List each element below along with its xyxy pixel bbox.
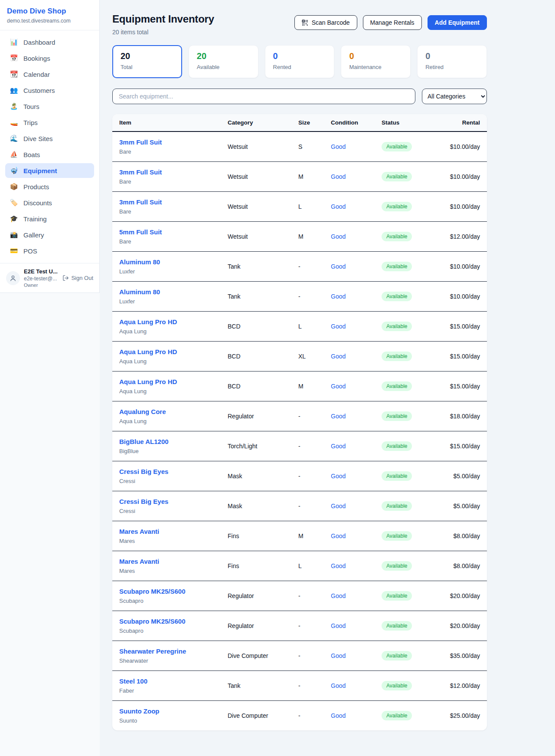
- header-actions: Scan Barcode Manage Rentals Add Equipmen…: [294, 15, 487, 30]
- sidebar-item-trips[interactable]: 🚤 Trips: [5, 115, 94, 130]
- item-rental: $15.00/day: [450, 383, 480, 390]
- item-name-link[interactable]: Aluminum 80: [119, 258, 160, 266]
- column-header-size: Size: [298, 114, 331, 131]
- item-condition-link[interactable]: Good: [331, 173, 346, 180]
- category-select[interactable]: All Categories: [422, 89, 487, 104]
- item-condition-link[interactable]: Good: [331, 652, 346, 659]
- item-name-link[interactable]: Steel 100: [119, 677, 147, 686]
- item-brand: Bare: [119, 208, 224, 215]
- status-badge: Available: [382, 501, 412, 511]
- sidebar-item-equipment[interactable]: 🤿 Equipment: [5, 163, 94, 178]
- item-size: -: [298, 671, 331, 701]
- item-name-link[interactable]: Cressi Big Eyes: [119, 467, 168, 476]
- sign-out-icon: [62, 275, 69, 281]
- status-badge: Available: [382, 172, 412, 181]
- item-condition-link[interactable]: Good: [331, 592, 346, 599]
- stat-value: 20: [121, 51, 174, 61]
- item-name-link[interactable]: Aqualung Core: [119, 408, 166, 416]
- sidebar-item-pos[interactable]: 💳 POS: [5, 243, 94, 258]
- status-badge: Available: [382, 621, 412, 631]
- item-size: -: [298, 252, 331, 282]
- item-name-link[interactable]: 3mm Full Suit: [119, 198, 162, 207]
- sidebar-item-training[interactable]: 🎓 Training: [5, 211, 94, 226]
- sidebar-item-customers[interactable]: 👥 Customers: [5, 83, 94, 98]
- sidebar-item-dive-sites[interactable]: 🌊 Dive Sites: [5, 131, 94, 146]
- item-rental: $35.00/day: [450, 652, 480, 659]
- item-rental: $25.00/day: [450, 712, 480, 719]
- stat-card[interactable]: 0 Maintenance: [341, 45, 411, 78]
- item-size: -: [298, 641, 331, 671]
- dive-sites-icon: 🌊: [10, 135, 18, 142]
- item-name-link[interactable]: BigBlue AL1200: [119, 437, 169, 446]
- item-condition-link[interactable]: Good: [331, 532, 346, 539]
- item-condition-link[interactable]: Good: [331, 622, 346, 629]
- sign-out-button[interactable]: Sign Out: [62, 275, 93, 281]
- item-brand: Mares: [119, 537, 224, 545]
- item-name-link[interactable]: Scubapro MK25/S600: [119, 587, 186, 596]
- search-input[interactable]: [112, 89, 415, 104]
- item-name-link[interactable]: Suunto Zoop: [119, 707, 159, 716]
- sidebar-item-bookings[interactable]: 📅 Bookings: [5, 51, 94, 66]
- item-size: -: [298, 611, 331, 641]
- stat-card[interactable]: 20 Total: [112, 45, 182, 78]
- item-condition-link[interactable]: Good: [331, 682, 346, 689]
- item-brand: Bare: [119, 178, 224, 185]
- table-row: Mares Avanti Mares Fins L Good Available…: [112, 551, 487, 581]
- item-condition-link[interactable]: Good: [331, 323, 346, 330]
- item-name-link[interactable]: Mares Avanti: [119, 557, 159, 566]
- add-equipment-button[interactable]: Add Equipment: [428, 15, 487, 30]
- stat-card[interactable]: 0 Rented: [265, 45, 335, 78]
- sidebar-item-boats[interactable]: ⛵ Boats: [5, 147, 94, 162]
- item-condition-link[interactable]: Good: [331, 383, 346, 390]
- item-name-link[interactable]: Scubapro MK25/S600: [119, 617, 186, 626]
- item-name-link[interactable]: 3mm Full Suit: [119, 138, 162, 147]
- item-condition-link[interactable]: Good: [331, 473, 346, 480]
- item-name-link[interactable]: Cressi Big Eyes: [119, 497, 168, 506]
- item-name-link[interactable]: Aqua Lung Pro HD: [119, 348, 177, 356]
- item-brand: Mares: [119, 567, 224, 575]
- bookings-icon: 📅: [10, 54, 18, 62]
- item-name-link[interactable]: 5mm Full Suit: [119, 228, 162, 237]
- sidebar-item-products[interactable]: 📦 Products: [5, 179, 94, 194]
- item-name-link[interactable]: 3mm Full Suit: [119, 168, 162, 177]
- item-size: -: [298, 461, 331, 491]
- status-badge: Available: [382, 322, 412, 331]
- table-row: Aluminum 80 Luxfer Tank - Good Available…: [112, 282, 487, 312]
- sidebar-item-label: Bookings: [23, 55, 50, 62]
- sidebar-item-dashboard[interactable]: 📊 Dashboard: [5, 35, 94, 49]
- item-category: Tank: [228, 252, 298, 282]
- scan-barcode-button[interactable]: Scan Barcode: [294, 15, 357, 30]
- item-brand: Bare: [119, 238, 224, 245]
- item-name-link[interactable]: Aqua Lung Pro HD: [119, 318, 177, 326]
- item-name-link[interactable]: Aqua Lung Pro HD: [119, 378, 177, 386]
- table-row: 5mm Full Suit Bare Wetsuit M Good Availa…: [112, 222, 487, 252]
- item-category: Torch/Light: [228, 431, 298, 461]
- sidebar-item-tours[interactable]: 🏝️ Tours: [5, 99, 94, 114]
- item-condition-link[interactable]: Good: [331, 353, 346, 360]
- sidebar-item-gallery[interactable]: 📸 Gallery: [5, 227, 94, 242]
- item-condition-link[interactable]: Good: [331, 263, 346, 270]
- item-name-link[interactable]: Mares Avanti: [119, 527, 159, 536]
- item-condition-link[interactable]: Good: [331, 562, 346, 569]
- item-condition-link[interactable]: Good: [331, 413, 346, 420]
- item-name-link[interactable]: Shearwater Peregrine: [119, 647, 186, 656]
- item-condition-link[interactable]: Good: [331, 712, 346, 719]
- item-category: Tank: [228, 282, 298, 312]
- item-condition-link[interactable]: Good: [331, 443, 346, 450]
- stat-card[interactable]: 20 Available: [189, 45, 258, 78]
- manage-rentals-button[interactable]: Manage Rentals: [363, 15, 422, 30]
- item-condition-link[interactable]: Good: [331, 233, 346, 240]
- item-brand: Faber: [119, 687, 224, 694]
- table-header-row: Item Category Size Condition Status Rent…: [112, 114, 487, 131]
- item-category: BCD: [228, 312, 298, 342]
- item-condition-link[interactable]: Good: [331, 203, 346, 210]
- item-condition-link[interactable]: Good: [331, 143, 346, 150]
- item-condition-link[interactable]: Good: [331, 293, 346, 300]
- stat-card[interactable]: 0 Retired: [417, 45, 487, 78]
- item-name-link[interactable]: Aluminum 80: [119, 288, 160, 296]
- sidebar-item-calendar[interactable]: 📆 Calendar: [5, 67, 94, 82]
- stat-value: 0: [425, 51, 479, 61]
- item-condition-link[interactable]: Good: [331, 503, 346, 509]
- item-size: M: [298, 222, 331, 252]
- sidebar-item-discounts[interactable]: 🏷️ Discounts: [5, 195, 94, 210]
